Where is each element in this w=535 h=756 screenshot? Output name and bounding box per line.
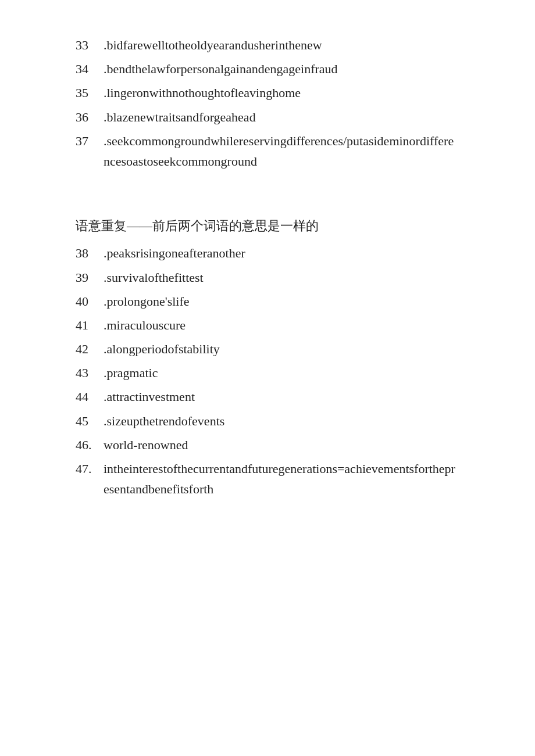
item-text: .lingeronwithnothoughtofleavinghome xyxy=(104,83,459,103)
spacer xyxy=(76,175,459,192)
item-number: 35 xyxy=(76,83,104,103)
item-text: intheinterestofthecurrentandfuturegenera… xyxy=(104,458,459,499)
item-text: .bendthelawforpersonalgainandengageinfra… xyxy=(104,59,459,79)
list-item: 41.miraculouscure xyxy=(76,315,459,335)
list-item: 47.intheinterestofthecurrentandfuturegen… xyxy=(76,458,459,499)
list-item: 43.pragmatic xyxy=(76,363,459,383)
item-number: 38 xyxy=(76,243,104,263)
item-text: world-renowned xyxy=(104,435,459,455)
item-text: .blazenewtraitsandforgeahead xyxy=(104,107,459,127)
item-number: 34 xyxy=(76,59,104,79)
main-content: 33.bidfarewelltotheoldyearandusherinthen… xyxy=(76,35,459,499)
list-item: 36.blazenewtraitsandforgeahead xyxy=(76,107,459,127)
item-number: 41 xyxy=(76,315,104,335)
item-text: .alongperiodofstability xyxy=(104,339,459,359)
list-item: 40.prolongone'slife xyxy=(76,291,459,311)
item-text: .attractinvestment xyxy=(104,386,459,407)
bottom-list: 38.peaksrisingoneafteranother39.survival… xyxy=(76,243,459,499)
item-number: 46. xyxy=(76,435,104,455)
item-text: .sizeupthetrendofevents xyxy=(104,411,459,431)
item-number: 36 xyxy=(76,107,104,127)
item-text: .prolongone'slife xyxy=(104,291,459,311)
item-text: .bidfarewelltotheoldyearandusherinthenew xyxy=(104,35,459,55)
item-number: 40 xyxy=(76,291,104,311)
list-item: 39.survivalofthefittest xyxy=(76,267,459,288)
list-item: 35.lingeronwithnothoughtofleavinghome xyxy=(76,83,459,103)
list-item: 37.seekcommongroundwhilereservingdiffere… xyxy=(76,131,459,171)
item-number: 39 xyxy=(76,267,104,288)
item-text: .miraculouscure xyxy=(104,315,459,335)
list-item: 44.attractinvestment xyxy=(76,386,459,407)
list-item: 34.bendthelawforpersonalgainandengageinf… xyxy=(76,59,459,79)
item-number: 43 xyxy=(76,363,104,383)
list-item: 45.sizeupthetrendofevents xyxy=(76,411,459,431)
list-item: 38.peaksrisingoneafteranother xyxy=(76,243,459,263)
item-number: 44 xyxy=(76,386,104,407)
item-number: 42 xyxy=(76,339,104,359)
list-item: 46.world-renowned xyxy=(76,435,459,455)
item-number: 33 xyxy=(76,35,104,55)
item-text: .pragmatic xyxy=(104,363,459,383)
list-item: 42.alongperiodofstability xyxy=(76,339,459,359)
item-number: 45 xyxy=(76,411,104,431)
top-list: 33.bidfarewelltotheoldyearandusherinthen… xyxy=(76,35,459,171)
item-text: .survivalofthefittest xyxy=(104,267,459,288)
item-number: 47. xyxy=(76,458,104,479)
section-label: 语意重复——前后两个词语的意思是一样的 xyxy=(76,216,459,236)
item-number: 37 xyxy=(76,131,104,151)
item-text: .seekcommongroundwhilereservingdifferenc… xyxy=(104,131,459,171)
list-item: 33.bidfarewelltotheoldyearandusherinthen… xyxy=(76,35,459,55)
item-text: .peaksrisingoneafteranother xyxy=(104,243,459,263)
